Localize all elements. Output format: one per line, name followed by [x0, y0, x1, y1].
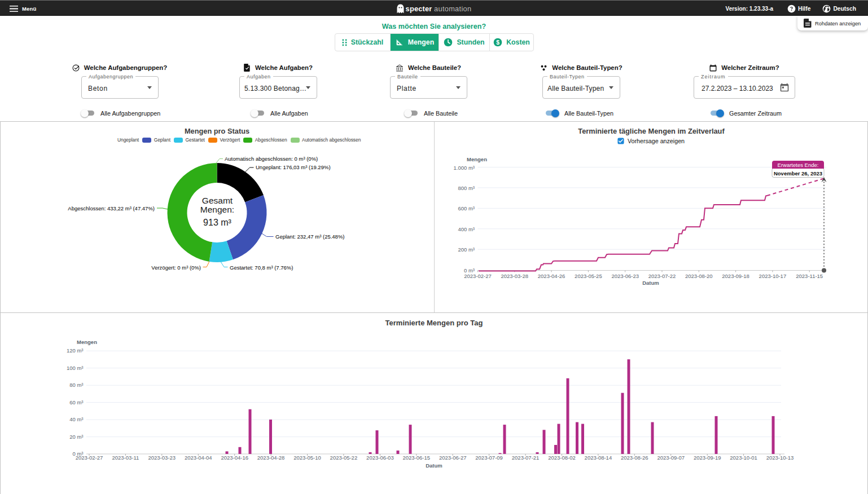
svg-text:1.000 m³: 1.000 m³: [454, 165, 475, 171]
svg-text:2023-03-28: 2023-03-28: [501, 273, 528, 279]
svg-text:2023-05-25: 2023-05-25: [575, 273, 602, 279]
svg-text:120 m³: 120 m³: [67, 347, 84, 354]
svg-text:2023-04-26: 2023-04-26: [538, 273, 565, 279]
svg-text:Geplant: 232,47 m³ (25.48%): Geplant: 232,47 m³ (25.48%): [275, 233, 345, 240]
svg-text:Verzögert: 0 m³ (0%): Verzögert: 0 m³ (0%): [151, 264, 201, 271]
svg-text:2023-10-17: 2023-10-17: [759, 273, 787, 279]
svg-text:2023-09-07: 2023-09-07: [657, 455, 685, 461]
svg-text:2023-11-15: 2023-11-15: [796, 273, 823, 279]
svg-text:2023-05-10: 2023-05-10: [293, 455, 321, 461]
svg-text:2023-04-16: 2023-04-16: [221, 455, 248, 461]
svg-text:60 m³: 60 m³: [69, 399, 83, 405]
svg-text:Gesamt: Gesamt: [202, 196, 233, 205]
svg-text:100 m³: 100 m³: [67, 365, 84, 371]
svg-text:Datum: Datum: [642, 280, 659, 286]
svg-text:2023-06-15: 2023-06-15: [402, 455, 430, 461]
svg-text:2023-02-27: 2023-02-27: [76, 455, 103, 461]
svg-text:2023-04-28: 2023-04-28: [257, 455, 285, 461]
svg-text:$: $: [496, 39, 499, 46]
svg-text:2023-08-14: 2023-08-14: [585, 455, 612, 461]
svg-text:80 m³: 80 m³: [69, 382, 83, 388]
svg-text:November 26, 2023: November 26, 2023: [774, 170, 822, 177]
svg-text:Automatisch abgeschlossen: 0 m: Automatisch abgeschlossen: 0 m³ (0%): [225, 156, 318, 162]
svg-text:2023-06-23: 2023-06-23: [611, 273, 639, 279]
svg-text:200 m³: 200 m³: [458, 246, 475, 253]
svg-text:2023-04-04: 2023-04-04: [185, 455, 212, 461]
svg-text:0 m³: 0 m³: [464, 267, 475, 274]
svg-text:Mengen: Mengen: [77, 339, 97, 345]
svg-text:2023-07-21: 2023-07-21: [512, 455, 540, 461]
svg-text:2023-08-20: 2023-08-20: [685, 273, 713, 279]
svg-text:2023-08-02: 2023-08-02: [548, 455, 576, 461]
svg-text:2023-02-27: 2023-02-27: [464, 273, 492, 279]
svg-text:2023-06-27: 2023-06-27: [439, 455, 467, 461]
svg-text:913 m³: 913 m³: [203, 218, 231, 227]
svg-text:40 m³: 40 m³: [69, 416, 83, 422]
svg-text:Mengen: Mengen: [467, 156, 487, 162]
svg-text:Ungeplant: 176,03 m³ (19.29%): Ungeplant: 176,03 m³ (19.29%): [256, 164, 331, 170]
svg-text:2023-03-23: 2023-03-23: [148, 455, 176, 461]
svg-text:2023-07-22: 2023-07-22: [648, 273, 676, 279]
svg-text:Abgeschlossen: 433,22 m³ (47.4: Abgeschlossen: 433,22 m³ (47.47%): [68, 205, 155, 211]
svg-text:Erwartetes Ende:: Erwartetes Ende:: [778, 162, 819, 168]
svg-text:Datum: Datum: [426, 462, 442, 469]
svg-text:2023-05-22: 2023-05-22: [330, 455, 358, 461]
svg-text:Gestartet: 70,8 m³ (7.76%): Gestartet: 70,8 m³ (7.76%): [230, 264, 293, 271]
svg-text:2023-09-18: 2023-09-18: [722, 273, 749, 279]
svg-text:800 m³: 800 m³: [458, 185, 475, 191]
svg-text:2023-07-09: 2023-07-09: [475, 455, 503, 461]
svg-text:2023-10-13: 2023-10-13: [766, 455, 794, 461]
svg-text:2023-08-26: 2023-08-26: [621, 455, 648, 461]
svg-text:400 m³: 400 m³: [458, 226, 475, 232]
svg-text:2023-03-11: 2023-03-11: [112, 455, 139, 461]
svg-text:600 m³: 600 m³: [458, 205, 475, 211]
svg-text:20 m³: 20 m³: [69, 434, 83, 440]
svg-text:2023-09-19: 2023-09-19: [694, 455, 721, 461]
svg-text:2023-06-03: 2023-06-03: [366, 455, 394, 461]
svg-text:2023-10-01: 2023-10-01: [730, 455, 757, 461]
svg-text:Mengen:: Mengen:: [200, 205, 234, 214]
